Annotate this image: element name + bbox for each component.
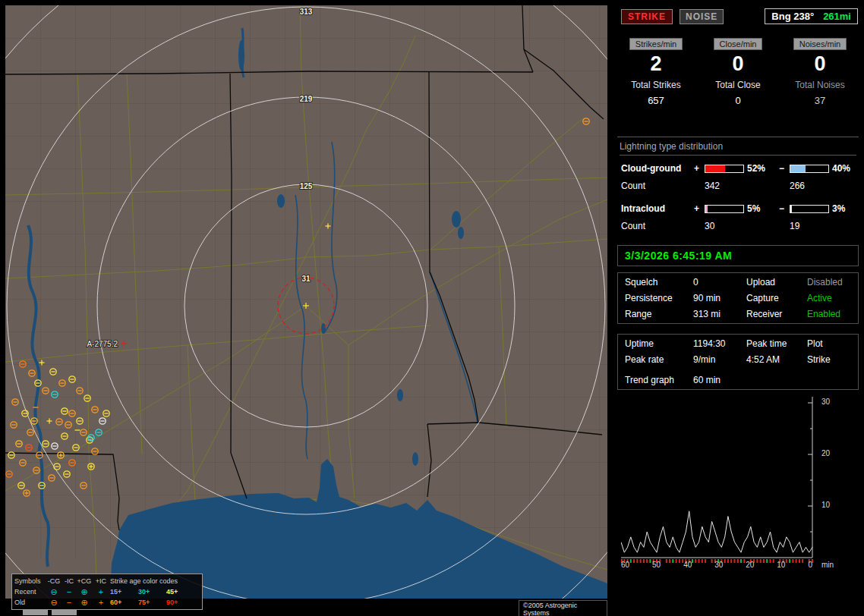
age-90: 90+ — [166, 598, 194, 608]
panel-header: STRIKE NOISE Bng 238° 261mi — [621, 8, 858, 24]
total-noises-label: Total Noises — [779, 80, 861, 90]
ic-pos-recent-icon: + — [92, 588, 110, 596]
squelch-label: Squelch — [625, 277, 693, 288]
plus-sign: + — [694, 203, 705, 214]
plus-sign: + — [694, 163, 705, 174]
intracloud-label: Intracloud — [621, 203, 694, 214]
taskbar-stub-1 — [23, 610, 48, 615]
total-noises-value: 37 — [779, 95, 861, 106]
cg-neg-recent-icon: ⊖ — [46, 588, 61, 596]
distribution-title: Lightning type distribution — [620, 141, 856, 156]
map-canvas[interactable]: 313 219 125 31 A-2775.2 — [5, 5, 607, 599]
cg-neg-old-icon: ⊖ — [46, 599, 61, 607]
count-label: Count — [621, 221, 694, 231]
age-45: 45+ — [166, 587, 194, 597]
total-noises: Total Noises 37 — [779, 80, 861, 106]
ic-pos-old-icon: + — [92, 599, 110, 607]
noises-per-min: Noises/min 0 — [779, 38, 861, 75]
legend-header-row: Symbols -CG -IC +CG +IC Strike age color… — [14, 576, 200, 586]
x-axis-unit: min — [821, 561, 834, 569]
intracloud-count-row: Count 30 19 — [621, 221, 861, 231]
ic-neg-pct: 3% — [832, 203, 861, 214]
datetime-box: 3/3/2026 6:45:19 AM — [617, 245, 859, 266]
bearing-label: Bng 238° — [771, 11, 814, 22]
x-tick-0: 0 — [808, 561, 812, 569]
close-per-min-value: 0 — [697, 52, 779, 75]
totals-section: Total Strikes 657 Total Close 0 Total No… — [615, 80, 861, 106]
total-strikes-label: Total Strikes — [615, 80, 697, 90]
bearing-indicator: Bng 238° 261mi — [765, 8, 858, 24]
legend-recent-row: Recent ⊖ − ⊕ + 15+ 30+ 45+ — [14, 586, 200, 597]
cg-pos-pct: 52% — [747, 163, 779, 174]
legend-old-row: Old ⊖ − ⊕ + 60+ 75+ 90+ — [14, 597, 200, 608]
total-strikes: Total Strikes 657 — [615, 80, 697, 106]
close-per-min-label: Close/min — [714, 38, 763, 50]
squelch-value: 0 — [693, 277, 746, 288]
plot-label: Plot — [807, 338, 851, 349]
legend-symbols-header: Symbols — [14, 577, 46, 586]
capture-status: Active — [807, 293, 851, 303]
age-15: 15+ — [110, 587, 138, 597]
persistence-value: 90 min — [693, 293, 746, 303]
ic-pos-pct: 5% — [747, 203, 779, 214]
lightning-map[interactable]: 313 219 125 31 A-2775.2 Symbols -CG -IC … — [5, 5, 607, 599]
cg-neg-bar — [790, 165, 829, 173]
capture-label: Capture — [746, 293, 807, 303]
intracloud-row: Intracloud + 5% − 3% — [621, 203, 861, 214]
strikes-per-min: Strikes/min 2 — [615, 38, 697, 75]
cg-pos-bar — [705, 165, 744, 173]
receiver-label: Receiver — [746, 309, 807, 319]
noises-per-min-value: 0 — [779, 52, 861, 75]
uptime-value: 1194:30 — [693, 338, 746, 349]
strike-toggle-button[interactable]: STRIKE — [621, 9, 673, 24]
ic-neg-old-icon: − — [61, 599, 77, 607]
total-close-label: Total Close — [697, 80, 779, 90]
cg-neg-pct: 40% — [832, 163, 861, 174]
age-60: 60+ — [110, 598, 138, 608]
status-box: Squelch 0 Upload Disabled Persistence 90… — [617, 272, 859, 324]
legend-old-label: Old — [14, 598, 46, 608]
x-tick-50: 50 — [652, 561, 661, 569]
trend-graph: 30 20 10 60 50 40 30 20 10 0 min — [615, 392, 861, 582]
strikes-per-min-value: 2 — [615, 52, 697, 75]
legend-col-cg-pos: +CG — [77, 577, 92, 586]
cg-pos-count: 342 — [705, 181, 747, 191]
control-panel: STRIKE NOISE Bng 238° 261mi Strikes/min … — [615, 5, 861, 611]
x-axis-labels: 60 50 40 30 20 10 0 — [621, 561, 812, 569]
x-tick-10: 10 — [777, 561, 785, 569]
count-label: Count — [621, 181, 694, 191]
noises-per-min-label: Noises/min — [793, 38, 847, 50]
legend-recent-label: Recent — [14, 587, 46, 597]
legend-col-ic-pos: +IC — [92, 577, 110, 586]
info-box: Uptime 1194:30 Peak time Plot Peak rate … — [617, 334, 859, 390]
cg-pos-old-icon: ⊕ — [77, 599, 92, 607]
trend-graph-label: Trend graph — [625, 375, 693, 385]
strikes-per-min-label: Strikes/min — [629, 38, 683, 50]
rates-section: Strikes/min 2 Close/min 0 Noises/min 0 — [615, 38, 861, 75]
ring-label-219: 219 — [300, 95, 313, 103]
ic-neg-recent-icon: − — [61, 588, 77, 596]
total-close: Total Close 0 — [697, 80, 779, 106]
y-tick-20: 20 — [821, 449, 830, 457]
legend-col-cg-neg: -CG — [46, 577, 61, 586]
ring-label-125: 125 — [300, 182, 313, 190]
y-tick-10: 10 — [821, 501, 830, 509]
peak-rate-label: Peak rate — [625, 354, 693, 365]
datetime-value: 3/3/2026 6:45:19 AM — [625, 250, 732, 262]
y-tick-30: 30 — [821, 398, 830, 406]
bearing-distance: 261mi — [823, 11, 851, 22]
ic-neg-bar — [790, 205, 829, 213]
uptime-label: Uptime — [625, 338, 693, 349]
noise-toggle-button[interactable]: NOISE — [680, 9, 724, 24]
section-divider — [617, 137, 859, 137]
map-legend: Symbols -CG -IC +CG +IC Strike age color… — [11, 574, 203, 610]
taskbar-stub-2 — [52, 610, 77, 615]
ic-neg-count: 19 — [790, 221, 832, 231]
persistence-label: Persistence — [625, 293, 693, 303]
age-30: 30+ — [138, 587, 166, 597]
ic-pos-count: 30 — [705, 221, 747, 231]
nexstorm-window: { "map": { "copyright": "©2005 Astrogeni… — [0, 0, 864, 616]
trend-line-series — [621, 511, 813, 563]
minus-sign: − — [779, 163, 790, 174]
peak-time-label: Peak time — [746, 338, 807, 349]
